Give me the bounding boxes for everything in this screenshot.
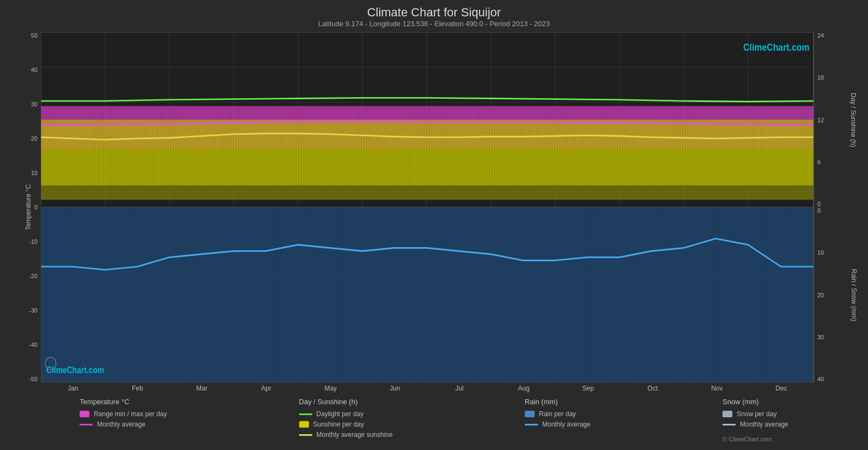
chart-plot-area: ClimeChart.com ClimeChart.com (41, 32, 814, 382)
legend-line-rain-avg (525, 424, 538, 425)
legend-line-sunshine-avg (299, 434, 312, 436)
legend-temperature-title: Temperature °C (80, 398, 167, 406)
legend-rain-title: Rain (mm) (525, 398, 591, 406)
legend-rain-monthly: Monthly average (525, 421, 591, 428)
legend-swatch-snow (723, 411, 732, 417)
copyright-text: © ClimeChart.com (723, 436, 772, 442)
legend-line-temp-avg (80, 424, 93, 425)
legend-daylight: Daylight per day (299, 410, 393, 418)
svg-text:ClimeChart.com: ClimeChart.com (743, 41, 810, 53)
legend-snow-monthly: Monthly average (723, 421, 788, 428)
chart-header: Climate Chart for Siquijor Latitude 9.17… (11, 5, 857, 28)
legend-rain: Rain (mm) Rain per day Monthly average (525, 398, 591, 443)
svg-rect-39 (41, 207, 814, 382)
legend-line-daylight (299, 413, 312, 415)
x-axis: Jan Feb Mar Apr May Jun Jul Aug Sep Oct … (41, 382, 814, 392)
svg-text:ClimeChart.com: ClimeChart.com (46, 365, 104, 375)
legend-temperature: Temperature °C Range min / max per day M… (80, 398, 167, 443)
legend-line-snow-avg (723, 424, 736, 425)
y-axis-left: Temperature °C 50 40 30 20 10 0 -10 -20 … (11, 32, 41, 382)
legend-rain-swatch: Rain per day (525, 410, 591, 418)
legend-swatch-sunshine (299, 421, 309, 428)
y-axis-right: 24 18 12 6 0 0 10 20 30 40 Day / Sunshin… (814, 32, 857, 382)
chart-subtitle: Latitude 9.174 - Longitude 123.536 - Ele… (11, 20, 857, 28)
legend-sunshine: Day / Sunshine (h) Daylight per day Suns… (299, 398, 393, 443)
y-axis-right-sunshine-label: Day / Sunshine (h) (849, 93, 857, 147)
legend-snow: Snow (mm) Snow per day Monthly average ©… (723, 398, 788, 443)
legend-swatch-temp-range (80, 411, 89, 417)
legend-temp-monthly: Monthly average (80, 421, 167, 428)
y-axis-right-rain-label: Rain / Snow (mm) (850, 268, 858, 321)
chart-title: Climate Chart for Siquijor (11, 5, 857, 20)
y-axis-left-label: Temperature °C (25, 184, 32, 230)
svg-rect-37 (41, 120, 814, 185)
legend-sunshine-title: Day / Sunshine (h) (299, 398, 393, 406)
legend-temp-range: Range min / max per day (80, 410, 167, 418)
legend-area: Temperature °C Range min / max per day M… (11, 392, 857, 445)
legend-swatch-rain (525, 411, 535, 417)
legend-sunshine-swatch: Sunshine per day (299, 421, 393, 428)
legend-snow-title: Snow (mm) (723, 398, 788, 406)
legend-sunshine-avg: Monthly average sunshine (299, 431, 393, 439)
legend-snow-swatch: Snow per day (723, 410, 788, 418)
